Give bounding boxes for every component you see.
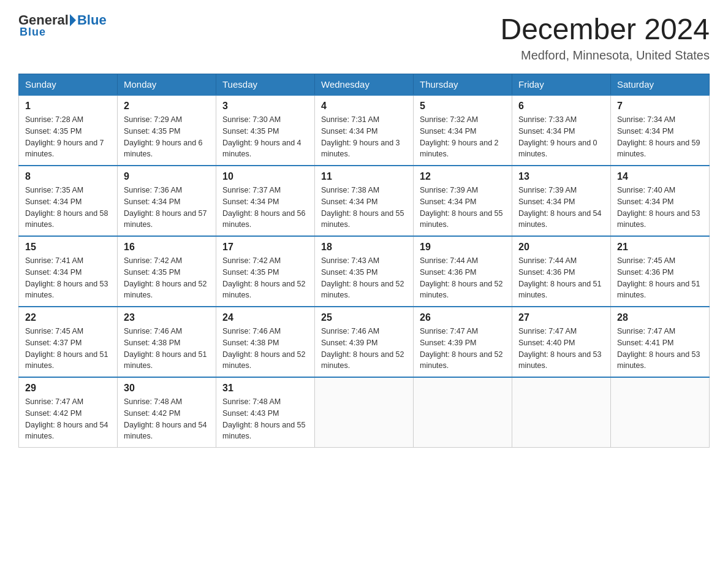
- day-cell: 8Sunrise: 7:35 AMSunset: 4:34 PMDaylight…: [19, 166, 118, 236]
- day-info: Sunrise: 7:32 AMSunset: 4:34 PMDaylight:…: [420, 114, 506, 160]
- day-number: 18: [321, 242, 407, 253]
- day-info: Sunrise: 7:37 AMSunset: 4:34 PMDaylight:…: [222, 185, 308, 231]
- day-info: Sunrise: 7:47 AMSunset: 4:39 PMDaylight:…: [420, 326, 506, 372]
- day-number: 11: [321, 171, 407, 182]
- day-cell: 19Sunrise: 7:44 AMSunset: 4:36 PMDayligh…: [414, 236, 512, 307]
- col-header-sunday: Sunday: [19, 74, 118, 96]
- day-info: Sunrise: 7:44 AMSunset: 4:36 PMDaylight:…: [420, 255, 506, 301]
- day-cell: 30Sunrise: 7:48 AMSunset: 4:42 PMDayligh…: [118, 377, 216, 448]
- day-info: Sunrise: 7:47 AMSunset: 4:40 PMDaylight:…: [518, 326, 604, 372]
- day-cell: 2Sunrise: 7:29 AMSunset: 4:35 PMDaylight…: [118, 95, 216, 166]
- day-info: Sunrise: 7:47 AMSunset: 4:41 PMDaylight:…: [617, 326, 703, 372]
- day-cell: 13Sunrise: 7:39 AMSunset: 4:34 PMDayligh…: [512, 166, 611, 236]
- day-info: Sunrise: 7:30 AMSunset: 4:35 PMDaylight:…: [222, 114, 308, 160]
- day-number: 3: [222, 101, 308, 112]
- day-cell: 27Sunrise: 7:47 AMSunset: 4:40 PMDayligh…: [512, 307, 611, 377]
- logo: General Blue Blue: [18, 12, 107, 39]
- day-number: 19: [420, 242, 506, 253]
- day-cell: 28Sunrise: 7:47 AMSunset: 4:41 PMDayligh…: [611, 307, 710, 377]
- day-number: 27: [518, 312, 604, 323]
- day-info: Sunrise: 7:43 AMSunset: 4:35 PMDaylight:…: [321, 255, 407, 301]
- day-number: 6: [518, 101, 604, 112]
- day-number: 31: [222, 383, 308, 394]
- calendar-header-row: SundayMondayTuesdayWednesdayThursdayFrid…: [19, 74, 710, 96]
- day-cell: [315, 377, 414, 448]
- day-info: Sunrise: 7:44 AMSunset: 4:36 PMDaylight:…: [518, 255, 604, 301]
- day-cell: 14Sunrise: 7:40 AMSunset: 4:34 PMDayligh…: [611, 166, 710, 236]
- day-number: 30: [124, 383, 210, 394]
- day-number: 5: [420, 101, 506, 112]
- day-number: 22: [25, 312, 111, 323]
- day-info: Sunrise: 7:41 AMSunset: 4:34 PMDaylight:…: [25, 255, 111, 301]
- day-info: Sunrise: 7:28 AMSunset: 4:35 PMDaylight:…: [25, 114, 111, 160]
- day-cell: 10Sunrise: 7:37 AMSunset: 4:34 PMDayligh…: [216, 166, 315, 236]
- day-info: Sunrise: 7:38 AMSunset: 4:34 PMDaylight:…: [321, 185, 407, 231]
- day-number: 1: [25, 101, 111, 112]
- logo-underline: Blue: [18, 26, 46, 39]
- col-header-saturday: Saturday: [611, 74, 710, 96]
- day-info: Sunrise: 7:39 AMSunset: 4:34 PMDaylight:…: [518, 185, 604, 231]
- day-cell: 1Sunrise: 7:28 AMSunset: 4:35 PMDaylight…: [19, 95, 118, 166]
- day-cell: 11Sunrise: 7:38 AMSunset: 4:34 PMDayligh…: [315, 166, 414, 236]
- day-info: Sunrise: 7:46 AMSunset: 4:38 PMDaylight:…: [222, 326, 308, 372]
- day-number: 17: [222, 242, 308, 253]
- day-info: Sunrise: 7:42 AMSunset: 4:35 PMDaylight:…: [124, 255, 210, 301]
- logo-blue-text: Blue: [77, 12, 107, 28]
- day-number: 25: [321, 312, 407, 323]
- day-cell: 6Sunrise: 7:33 AMSunset: 4:34 PMDaylight…: [512, 95, 611, 166]
- logo-triangle-icon: [70, 14, 76, 26]
- title-area: December 2024 Medford, Minnesota, United…: [500, 12, 710, 63]
- day-cell: 4Sunrise: 7:31 AMSunset: 4:34 PMDaylight…: [315, 95, 414, 166]
- page-title: December 2024: [500, 12, 710, 46]
- day-info: Sunrise: 7:42 AMSunset: 4:35 PMDaylight:…: [222, 255, 308, 301]
- calendar-table: SundayMondayTuesdayWednesdayThursdayFrid…: [18, 74, 710, 448]
- day-cell: 15Sunrise: 7:41 AMSunset: 4:34 PMDayligh…: [19, 236, 118, 307]
- day-cell: 16Sunrise: 7:42 AMSunset: 4:35 PMDayligh…: [118, 236, 216, 307]
- week-row-1: 1Sunrise: 7:28 AMSunset: 4:35 PMDaylight…: [19, 95, 710, 166]
- day-info: Sunrise: 7:45 AMSunset: 4:36 PMDaylight:…: [617, 255, 703, 301]
- day-number: 4: [321, 101, 407, 112]
- col-header-friday: Friday: [512, 74, 611, 96]
- day-info: Sunrise: 7:48 AMSunset: 4:42 PMDaylight:…: [124, 396, 210, 442]
- day-number: 20: [518, 242, 604, 253]
- day-number: 28: [617, 312, 703, 323]
- day-number: 10: [222, 171, 308, 182]
- week-row-2: 8Sunrise: 7:35 AMSunset: 4:34 PMDaylight…: [19, 166, 710, 236]
- day-number: 16: [124, 242, 210, 253]
- day-number: 21: [617, 242, 703, 253]
- day-info: Sunrise: 7:45 AMSunset: 4:37 PMDaylight:…: [25, 326, 111, 372]
- col-header-wednesday: Wednesday: [315, 74, 414, 96]
- day-info: Sunrise: 7:36 AMSunset: 4:34 PMDaylight:…: [124, 185, 210, 231]
- day-number: 13: [518, 171, 604, 182]
- day-info: Sunrise: 7:46 AMSunset: 4:39 PMDaylight:…: [321, 326, 407, 372]
- page-subtitle: Medford, Minnesota, United States: [500, 48, 710, 63]
- day-info: Sunrise: 7:34 AMSunset: 4:34 PMDaylight:…: [617, 114, 703, 160]
- day-cell: 5Sunrise: 7:32 AMSunset: 4:34 PMDaylight…: [414, 95, 512, 166]
- day-number: 26: [420, 312, 506, 323]
- day-cell: 23Sunrise: 7:46 AMSunset: 4:38 PMDayligh…: [118, 307, 216, 377]
- day-number: 8: [25, 171, 111, 182]
- col-header-tuesday: Tuesday: [216, 74, 315, 96]
- day-info: Sunrise: 7:47 AMSunset: 4:42 PMDaylight:…: [25, 396, 111, 442]
- day-cell: [512, 377, 611, 448]
- day-cell: 31Sunrise: 7:48 AMSunset: 4:43 PMDayligh…: [216, 377, 315, 448]
- col-header-thursday: Thursday: [414, 74, 512, 96]
- day-number: 15: [25, 242, 111, 253]
- week-row-3: 15Sunrise: 7:41 AMSunset: 4:34 PMDayligh…: [19, 236, 710, 307]
- day-number: 14: [617, 171, 703, 182]
- day-number: 2: [124, 101, 210, 112]
- day-number: 7: [617, 101, 703, 112]
- day-cell: 22Sunrise: 7:45 AMSunset: 4:37 PMDayligh…: [19, 307, 118, 377]
- day-info: Sunrise: 7:29 AMSunset: 4:35 PMDaylight:…: [124, 114, 210, 160]
- day-number: 12: [420, 171, 506, 182]
- day-cell: [414, 377, 512, 448]
- day-info: Sunrise: 7:35 AMSunset: 4:34 PMDaylight:…: [25, 185, 111, 231]
- day-number: 29: [25, 383, 111, 394]
- day-cell: 25Sunrise: 7:46 AMSunset: 4:39 PMDayligh…: [315, 307, 414, 377]
- day-cell: 12Sunrise: 7:39 AMSunset: 4:34 PMDayligh…: [414, 166, 512, 236]
- day-info: Sunrise: 7:48 AMSunset: 4:43 PMDaylight:…: [222, 396, 308, 442]
- day-cell: 26Sunrise: 7:47 AMSunset: 4:39 PMDayligh…: [414, 307, 512, 377]
- day-cell: 21Sunrise: 7:45 AMSunset: 4:36 PMDayligh…: [611, 236, 710, 307]
- day-info: Sunrise: 7:33 AMSunset: 4:34 PMDaylight:…: [518, 114, 604, 160]
- day-cell: 9Sunrise: 7:36 AMSunset: 4:34 PMDaylight…: [118, 166, 216, 236]
